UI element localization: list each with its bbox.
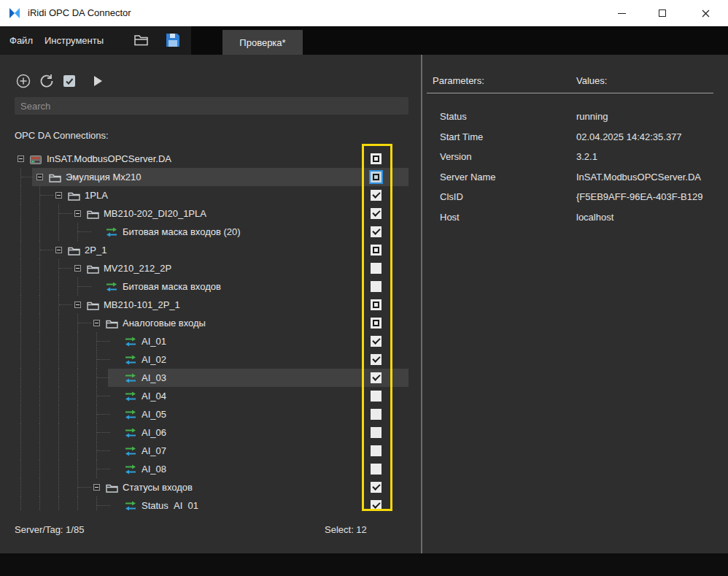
search-input[interactable] xyxy=(15,97,408,115)
tree-guide-line xyxy=(20,369,21,387)
tree-row[interactable]: AI_08 xyxy=(15,460,408,478)
refresh-icon[interactable] xyxy=(39,73,55,89)
parameter-row: Hostlocalhost xyxy=(427,210,728,225)
tree-row-label: AI_07 xyxy=(142,442,166,460)
close-button[interactable] xyxy=(683,0,728,26)
collapse-expander-icon[interactable] xyxy=(55,192,62,199)
tree-guide-line xyxy=(97,505,110,506)
tree-guide-line xyxy=(20,442,21,460)
parameter-row: ClsID{F5EB9AFF-96EA-403F-B129 xyxy=(427,190,728,204)
collapse-expander-icon[interactable] xyxy=(74,302,81,308)
tree-row[interactable]: AI_02 xyxy=(15,350,408,369)
maximize-button[interactable] xyxy=(642,0,683,26)
row-checkbox[interactable] xyxy=(371,318,382,329)
tree-row[interactable]: Аналоговые входы xyxy=(15,314,408,332)
open-folder-icon[interactable] xyxy=(133,33,150,49)
tree-guide-line xyxy=(20,350,21,369)
tree-guide-line xyxy=(20,478,21,496)
minimize-icon xyxy=(618,13,626,14)
add-icon[interactable] xyxy=(15,73,31,89)
row-checkbox[interactable] xyxy=(371,190,382,201)
tree-row[interactable]: Битовая маска входов (20) xyxy=(15,223,408,241)
tree-row[interactable]: Status_AI_01 xyxy=(15,496,408,510)
tree-guide-line xyxy=(40,195,53,196)
menu-bar: Файл Инструменты Проверка* xyxy=(0,26,728,55)
tree-guide-line xyxy=(58,350,59,369)
row-checkbox[interactable] xyxy=(371,226,382,237)
tree-guide-line xyxy=(40,250,53,250)
tree-guide-line xyxy=(77,423,78,442)
tab-strip: Проверка* xyxy=(191,26,728,55)
collapse-expander-icon[interactable] xyxy=(55,247,62,253)
tree-row-label: AI_08 xyxy=(142,460,166,478)
opc-connections-tree: InSAT.ModbusOPCServer.DAЭмуляция Мх2101P… xyxy=(15,150,408,510)
collapse-expander-icon[interactable] xyxy=(93,320,100,326)
tree-guide-line xyxy=(96,496,97,510)
tree-row[interactable]: AI_01 xyxy=(15,332,408,350)
collapse-expander-icon[interactable] xyxy=(74,265,81,272)
row-checkbox[interactable] xyxy=(371,336,382,347)
panel-splitter[interactable] xyxy=(421,55,422,553)
tree-row[interactable]: Эмуляция Мх210 xyxy=(15,168,408,186)
run-icon[interactable] xyxy=(90,73,106,89)
row-checkbox[interactable] xyxy=(371,281,382,292)
tree-guide-line xyxy=(20,259,21,277)
tag-icon xyxy=(125,428,138,438)
tab-proverka[interactable]: Проверка* xyxy=(222,30,303,55)
title-bar: iRidi OPC DA Connector xyxy=(0,0,728,26)
row-checkbox[interactable] xyxy=(371,153,382,164)
tag-icon xyxy=(125,355,138,365)
tree-guide-line xyxy=(58,405,59,423)
row-checkbox[interactable] xyxy=(371,172,382,183)
row-checkbox[interactable] xyxy=(371,391,382,402)
tree-guide-line xyxy=(39,369,40,387)
row-checkbox[interactable] xyxy=(371,245,382,256)
tree-row[interactable]: AI_06 xyxy=(15,423,408,442)
row-checkbox[interactable] xyxy=(371,299,382,310)
tree-row[interactable]: AI_07 xyxy=(15,442,408,460)
tree-row[interactable]: 2P_1 xyxy=(15,241,408,259)
tree-guide-line xyxy=(77,405,78,423)
tree-row[interactable]: Битовая маска входов xyxy=(15,277,408,296)
parameter-row: Version3.2.1 xyxy=(427,150,728,164)
collapse-expander-icon[interactable] xyxy=(18,155,24,162)
row-checkbox[interactable] xyxy=(371,409,382,420)
save-icon[interactable] xyxy=(166,33,182,49)
row-checkbox[interactable] xyxy=(371,464,382,475)
row-checkbox[interactable] xyxy=(371,445,382,456)
row-checkbox[interactable] xyxy=(371,500,382,510)
tree-row-label: Статусы входов xyxy=(123,478,193,496)
row-checkbox[interactable] xyxy=(371,263,382,274)
tag-icon xyxy=(125,391,138,402)
tree-row-label: AI_03 xyxy=(142,369,166,387)
tree-row[interactable]: 1PLA xyxy=(15,186,408,204)
row-checkbox[interactable] xyxy=(371,208,382,219)
row-checkbox[interactable] xyxy=(371,482,382,493)
tree-guide-line xyxy=(20,460,21,478)
tree-row[interactable]: AI_03 xyxy=(15,369,408,387)
tree-guide-line xyxy=(20,332,21,350)
menu-tools[interactable]: Инструменты xyxy=(35,26,113,55)
tree-guide-line xyxy=(20,387,21,405)
tree-row[interactable]: MB210-202_DI20_1PLA xyxy=(15,204,408,223)
tree-guide-line xyxy=(39,496,40,510)
collapse-expander-icon[interactable] xyxy=(36,174,43,180)
collapse-expander-icon[interactable] xyxy=(93,484,100,491)
tree-row-label: MB210-101_2P_1 xyxy=(104,296,180,314)
tree-row[interactable]: Статусы входов xyxy=(15,478,408,496)
tree-guide-line xyxy=(39,350,40,369)
tree-row[interactable]: MV210_212_2P xyxy=(15,259,408,277)
tree-row[interactable]: AI_05 xyxy=(15,405,408,423)
row-checkbox[interactable] xyxy=(371,427,382,438)
tree-guide-line xyxy=(20,204,21,223)
minimize-button[interactable] xyxy=(601,0,642,26)
tree-guide-line xyxy=(58,442,59,460)
tree-row-label: InSAT.ModbusOPCServer.DA xyxy=(47,150,171,168)
collapse-expander-icon[interactable] xyxy=(74,210,81,217)
row-checkbox[interactable] xyxy=(371,354,382,365)
tree-row[interactable]: InSAT.ModbusOPCServer.DA xyxy=(15,150,408,168)
tree-row[interactable]: MB210-101_2P_1 xyxy=(15,296,408,314)
row-checkbox[interactable] xyxy=(371,372,382,383)
tree-row[interactable]: AI_04 xyxy=(15,387,408,405)
check-all-icon[interactable] xyxy=(61,73,77,89)
